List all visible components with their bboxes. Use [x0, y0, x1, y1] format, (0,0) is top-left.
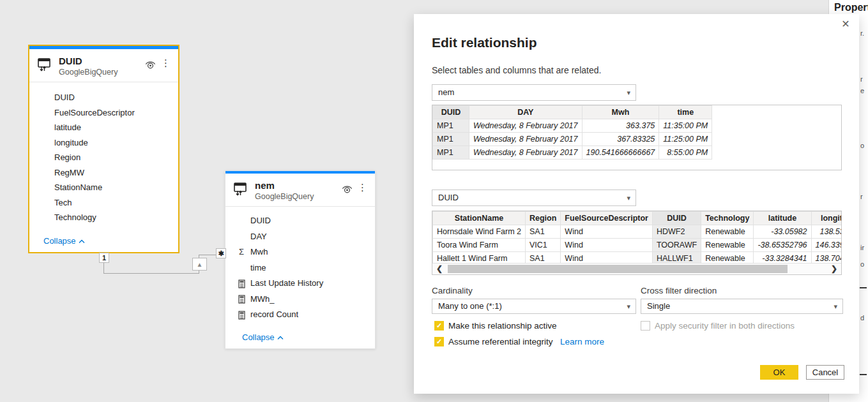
- card-header: nem GoogleBigQuery ⋮: [225, 174, 375, 207]
- more-options-icon[interactable]: ⋮: [161, 57, 171, 69]
- scroll-right-icon[interactable]: ❯: [828, 264, 840, 274]
- cardinality-select[interactable]: Many to one (*:1) ▾: [432, 299, 636, 314]
- clipped-text-fragment: o: [860, 142, 864, 149]
- table-icon: [37, 57, 53, 75]
- security-checkbox-label: Apply security filter in both directions: [655, 321, 795, 331]
- cardinality-one-marker: 1: [99, 253, 109, 263]
- column-header[interactable]: Technology: [701, 212, 754, 225]
- scrollbar-thumb[interactable]: [448, 265, 788, 273]
- cross-filter-select[interactable]: Single ▾: [641, 299, 843, 314]
- table-card-duid[interactable]: DUID GoogleBigQuery ⋮ DUID FuelSourceDes…: [28, 45, 179, 253]
- table-row: MP1 Wednesday, 8 February 2017 190.54166…: [433, 146, 712, 160]
- field-technology[interactable]: Technology: [29, 210, 178, 225]
- sigma-icon: Σ: [236, 244, 247, 260]
- filter-direction-arrow-icon: ▲: [192, 258, 207, 271]
- field-latitude[interactable]: latitude: [29, 120, 178, 135]
- chevron-down-icon: ▾: [834, 299, 837, 313]
- table-row: MP1 Wednesday, 8 February 2017 367.83325…: [433, 133, 712, 146]
- clipped-text-fragment: r: [860, 75, 863, 83]
- chevron-up-icon: [79, 239, 85, 244]
- field-record-count[interactable]: record Count: [225, 307, 375, 323]
- ok-button[interactable]: OK: [760, 365, 798, 380]
- field-tech[interactable]: Tech: [29, 195, 178, 211]
- more-options-icon[interactable]: ⋮: [358, 182, 367, 193]
- field-time[interactable]: time: [225, 260, 375, 276]
- field-list: DUID FuelSourceDescriptor latitude longi…: [29, 82, 178, 225]
- table-header-row: StationName Region FuelSourceDescriptor …: [433, 212, 842, 225]
- column-header[interactable]: DAY: [469, 106, 582, 119]
- power-bi-model-view: Propert r. r e o r ir o d DUID GoogleBig…: [0, 0, 868, 402]
- learn-more-link[interactable]: Learn more: [560, 337, 604, 346]
- calculator-icon: [236, 307, 247, 322]
- dialog-title: Edit relationship: [432, 35, 537, 50]
- card-title: DUID: [59, 56, 82, 66]
- active-checkbox-label: Make this relationship active: [448, 321, 557, 331]
- table-card-nem[interactable]: nem GoogleBigQuery ⋮ DUID DAY ΣMwh time …: [225, 170, 376, 349]
- integrity-checkbox[interactable]: ✓: [434, 337, 444, 346]
- table-row: MP1 Wednesday, 8 February 2017 363.375 1…: [433, 119, 712, 133]
- chevron-down-icon: ▾: [627, 299, 630, 313]
- relationship-line[interactable]: [103, 273, 199, 274]
- field-mwh-underscore[interactable]: MWh_: [225, 292, 375, 308]
- card-header: DUID GoogleBigQuery ⋮: [29, 49, 178, 82]
- table2-preview: StationName Region FuelSourceDescriptor …: [432, 211, 842, 275]
- integrity-checkbox-label: Assume referential integrity: [448, 337, 553, 347]
- column-header[interactable]: DUID: [433, 106, 469, 119]
- clipped-text-fragment: r: [860, 193, 863, 200]
- checkbox-row-security: Apply security filter in both directions: [641, 321, 845, 331]
- edit-relationship-dialog: ✕ Edit relationship Select tables and co…: [414, 14, 859, 394]
- clipped-text-fragment: ir: [860, 244, 864, 251]
- eye-icon[interactable]: [144, 60, 156, 72]
- field-day[interactable]: DAY: [225, 229, 375, 245]
- chevron-up-icon: [277, 336, 284, 340]
- relationship-line[interactable]: [103, 262, 104, 274]
- column-header[interactable]: time: [659, 106, 712, 119]
- column-header[interactable]: DUID: [652, 212, 701, 225]
- relationship-line[interactable]: [199, 255, 217, 255]
- clipped-text-fragment: e: [860, 87, 864, 94]
- column-header[interactable]: latitude: [754, 212, 811, 225]
- field-mwh[interactable]: ΣMwh: [225, 244, 375, 260]
- calculator-icon: [236, 292, 247, 307]
- card-title: nem: [255, 180, 275, 191]
- clipped-text-fragment: r.: [860, 29, 864, 37]
- table-row: Toora Wind Farm VIC1 Wind TOORAWF Renewa…: [433, 239, 842, 252]
- column-header[interactable]: longitude: [811, 212, 842, 225]
- field-duid[interactable]: DUID: [225, 213, 375, 229]
- field-fuelsourcedescriptor[interactable]: FuelSourceDescriptor: [29, 105, 178, 121]
- clipped-text-fragment: d: [860, 314, 864, 322]
- clipped-text-fragment: o: [860, 260, 864, 268]
- cardinality-label: Cardinality: [432, 286, 473, 295]
- eye-icon[interactable]: [341, 184, 353, 197]
- scroll-left-icon[interactable]: ❮: [434, 264, 445, 274]
- properties-panel-title: Propert: [834, 2, 868, 13]
- collapse-link[interactable]: Collapse: [242, 332, 284, 342]
- collapse-link[interactable]: Collapse: [43, 236, 85, 246]
- field-region[interactable]: Region: [29, 150, 178, 165]
- field-list: DUID DAY ΣMwh time Last Update History M…: [225, 207, 375, 323]
- checkbox-row-active: ✓ Make this relationship active: [434, 321, 626, 331]
- table2-select[interactable]: DUID ▾: [432, 190, 636, 206]
- field-longitude[interactable]: longitude: [29, 135, 178, 151]
- horizontal-scrollbar[interactable]: ❮ ❯: [432, 263, 841, 274]
- field-regmw[interactable]: RegMW: [29, 165, 178, 181]
- field-last-update-history[interactable]: Last Update History: [225, 276, 375, 292]
- cancel-button[interactable]: Cancel: [806, 365, 844, 380]
- field-duid[interactable]: DUID: [29, 90, 178, 105]
- table1-preview: DUID DAY Mwh time MP1 Wednesday, 8 Febru…: [432, 105, 842, 170]
- close-icon[interactable]: ✕: [839, 17, 853, 31]
- table-row: Hornsdale Wind Farm 2 SA1 Wind HDWF2 Ren…: [433, 225, 842, 239]
- card-source: GoogleBigQuery: [59, 68, 118, 77]
- column-header[interactable]: Mwh: [582, 106, 659, 119]
- dialog-subtitle: Select tables and columns that are relat…: [432, 65, 601, 75]
- security-checkbox: [641, 321, 650, 331]
- cardinality-many-marker: ✱: [216, 248, 226, 258]
- column-header[interactable]: Region: [526, 212, 561, 225]
- table1-select[interactable]: nem ▾: [432, 84, 636, 101]
- column-header[interactable]: StationName: [433, 212, 526, 225]
- chevron-down-icon: ▾: [627, 85, 630, 100]
- field-stationname[interactable]: StationName: [29, 180, 178, 195]
- active-checkbox[interactable]: ✓: [434, 321, 444, 331]
- column-header[interactable]: FuelSourceDescriptor: [561, 212, 653, 225]
- card-source: GoogleBigQuery: [255, 192, 314, 201]
